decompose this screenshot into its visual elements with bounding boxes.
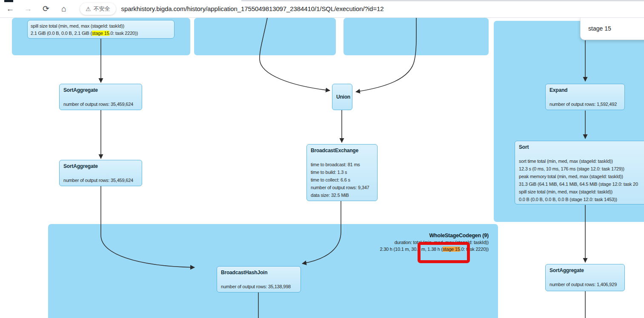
reload-icon[interactable]: ⟳ [41,4,51,14]
wholestagecodegen-title: WholeStageCodegen (9) [380,233,489,238]
spill-metric-line-2: 2.1 GiB (0.0 B, 0.0 B, 2.1 GiB (stage 15… [31,30,171,37]
spill-metric-line-1: spill size total (min, med, max (stageId… [31,23,171,30]
node-expand[interactable]: Expand number of output rows: 1,592,492 [545,84,625,110]
tabstrip-remnant [241,0,644,1]
red-annotation-box [418,242,470,263]
find-query-text[interactable]: stage 15 [588,25,611,32]
node-union[interactable]: Union [332,84,352,110]
back-icon[interactable]: ← [5,4,15,14]
warning-icon: ⚠ [86,6,91,12]
node-broadcastexchange[interactable]: BroadcastExchange time to broadcast: 81 … [306,144,378,201]
node-sortaggregate-3[interactable]: SortAggregate number of output rows: 1,4… [545,264,625,291]
security-label: 不安全 [94,5,110,13]
cluster-top-middle-2 [343,18,489,55]
address-bar[interactable]: sparkhistory.bigda.com/history/applicati… [121,5,384,12]
node-sort[interactable]: Sort sort time total (min, med, max (sta… [515,141,644,204]
node-sortaggregate-2[interactable]: SortAggregate number of output rows: 35,… [59,160,142,186]
search-hit-yellow: stage 15 [92,31,109,36]
cluster-top-middle-1 [194,18,336,55]
spill-metric-box[interactable]: spill size total (min, med, max (stageId… [27,20,175,39]
spark-history-page: ← → ⟳ ⌂ ⚠ 不安全 sparkhistory.bigda.com/his… [0,0,644,318]
security-chip[interactable]: ⚠ 不安全 [80,3,116,15]
node-sortaggregate-1[interactable]: SortAggregate number of output rows: 35,… [59,84,142,110]
node-broadcasthashjoin[interactable]: BroadcastHashJoin number of output rows:… [217,266,301,292]
browser-toolbar: ← → ⟳ ⌂ ⚠ 不安全 sparkhistory.bigda.com/his… [0,0,644,18]
tab-remnant [4,0,13,2]
forward-icon[interactable]: → [23,4,33,14]
find-bar[interactable]: stage 15 [580,17,644,40]
home-icon[interactable]: ⌂ [59,4,69,14]
dag-canvas: WholeStageCodegen (9) duration: total (m… [0,0,644,318]
